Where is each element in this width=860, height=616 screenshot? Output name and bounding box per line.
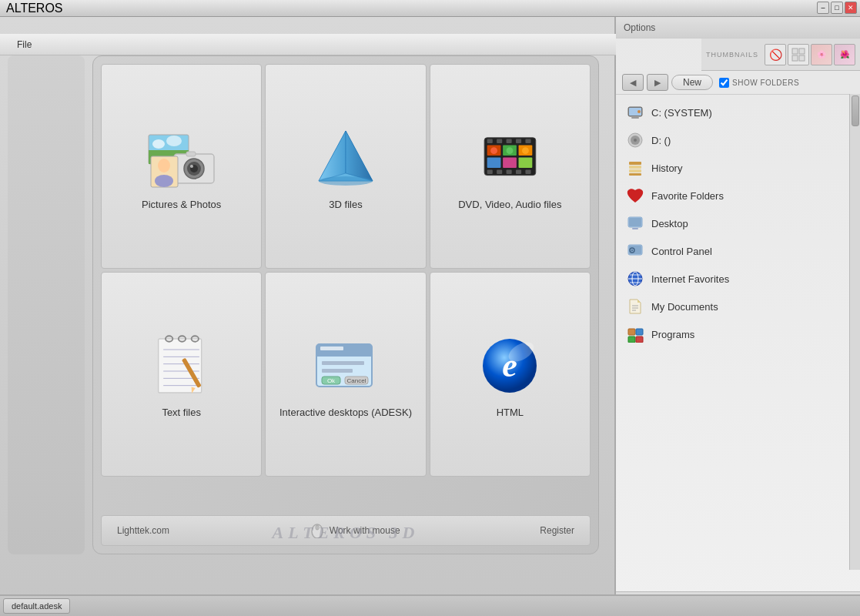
nav-items-list: C: (SYSTEM)D: ()HistoryFavorite FoldersD… (616, 94, 860, 353)
svg-marker-15 (346, 131, 373, 181)
svg-rect-17 (484, 137, 536, 175)
taskbar-item-default[interactable]: default.adesk (3, 598, 70, 614)
svg-rect-24 (497, 169, 502, 173)
thumbnail-none-button[interactable]: 🚫 (765, 44, 786, 65)
forward-button[interactable]: ▶ (647, 74, 668, 91)
svg-rect-82 (629, 218, 641, 226)
svg-rect-27 (526, 169, 531, 173)
svg-point-75 (634, 139, 637, 142)
show-folders-label: SHOW FOLDERS (732, 79, 799, 87)
thumbnails-label: THUMBNAILS (706, 51, 758, 59)
svg-text:Ok: Ok (327, 377, 336, 384)
svg-rect-23 (487, 169, 493, 173)
svg-rect-67 (792, 55, 798, 61)
svg-rect-95 (628, 329, 635, 335)
svg-point-16 (319, 176, 373, 186)
nav-item-label-internet-favorites: Internet Favorites (651, 273, 729, 285)
nav-item-icon-control-panel (627, 243, 644, 259)
nav-item-c-system[interactable]: C: (SYSTEM) (616, 99, 860, 126)
thumbnail-small-button[interactable] (788, 44, 809, 65)
show-folders-checkbox[interactable]: SHOW FOLDERS (719, 78, 799, 88)
nav-item-favorite-folders[interactable]: Favorite Folders (616, 182, 860, 209)
items-grid: Pictures & Photos (101, 64, 591, 477)
nav-item-label-programs: Programs (651, 329, 694, 340)
thumbnail-flower-button[interactable]: 🌺 (834, 44, 855, 65)
nav-item-internet-favorites[interactable]: Internet Favorites (616, 265, 860, 293)
nav-item-icon-desktop (627, 215, 644, 232)
nav-item-icon-c-system (627, 104, 644, 121)
nav-item-history[interactable]: History (616, 154, 860, 182)
svg-point-34 (490, 147, 497, 154)
app-title: ALTEROS (6, 2, 63, 15)
nav-item-d-drive[interactable]: D: () (616, 126, 860, 154)
nav-item-programs[interactable]: Programs (616, 320, 860, 348)
interactive-desktops-icon: Ok Cancel (311, 331, 380, 400)
svg-point-86 (631, 249, 633, 251)
nav-item-icon-favorite-folders (627, 187, 644, 204)
window-controls: – □ ✕ (817, 2, 857, 14)
html-icon: e (475, 331, 544, 400)
nav-item-label-desktop: Desktop (651, 218, 688, 229)
watermark-text: Alteros 3D (93, 523, 598, 543)
file-menu[interactable]: File (9, 36, 39, 53)
text-files-label: Text files (162, 407, 201, 418)
left-sidebar-strip (8, 55, 85, 554)
svg-rect-53 (322, 361, 364, 365)
grid-item-pictures[interactable]: Pictures & Photos (101, 64, 262, 269)
dvd-video-label: DVD, Video, Audio files (458, 199, 561, 210)
svg-rect-52 (320, 346, 343, 350)
left-panel: File (0, 17, 616, 616)
svg-point-35 (507, 147, 514, 154)
svg-rect-20 (507, 139, 512, 142)
grid-item-3d-files[interactable]: 3D files (265, 64, 426, 269)
svg-rect-19 (497, 139, 502, 142)
svg-rect-65 (792, 49, 798, 54)
nav-item-control-panel[interactable]: Control Panel (616, 237, 860, 265)
dvd-video-icon (475, 123, 544, 192)
nav-item-label-control-panel: Control Panel (651, 246, 712, 257)
back-button[interactable]: ◀ (622, 74, 644, 91)
interactive-desktops-label: Interactive desktops (ADESK) (279, 407, 412, 418)
svg-rect-54 (322, 369, 353, 373)
svg-rect-81 (632, 228, 638, 229)
nav-item-label-history: History (651, 162, 682, 174)
svg-rect-77 (629, 166, 641, 169)
nav-item-my-documents[interactable]: My Documents (616, 293, 860, 320)
svg-point-3 (166, 136, 182, 146)
svg-rect-51 (316, 350, 372, 357)
svg-rect-96 (636, 329, 643, 335)
maximize-button[interactable]: □ (831, 2, 843, 14)
svg-rect-70 (631, 117, 639, 119)
close-button[interactable]: ✕ (845, 2, 857, 14)
svg-rect-26 (516, 169, 521, 173)
scrollbar-thumb[interactable] (852, 95, 859, 126)
minimize-button[interactable]: – (817, 2, 829, 14)
nav-item-icon-d-drive (627, 132, 644, 149)
svg-point-11 (158, 159, 170, 172)
svg-rect-32 (503, 157, 517, 167)
svg-point-2 (152, 139, 165, 149)
nav-item-icon-programs (627, 326, 644, 343)
nav-item-label-favorite-folders: Favorite Folders (651, 190, 724, 202)
nav-item-desktop[interactable]: Desktop (616, 209, 860, 237)
grid-item-dvd-video[interactable]: DVD, Video, Audio files (430, 64, 591, 269)
thumbnail-pink-button[interactable]: 🌸 (811, 44, 832, 65)
right-scrollbar[interactable] (849, 94, 860, 570)
options-label: Options (624, 22, 655, 33)
menubar: File (0, 34, 616, 55)
3d-files-label: 3D files (329, 199, 362, 210)
show-folders-input[interactable] (719, 78, 729, 88)
nav-item-icon-internet-favorites (627, 270, 644, 287)
main-container: File (0, 17, 860, 616)
new-button[interactable]: New (671, 75, 713, 90)
nav-item-label-my-documents: My Documents (651, 301, 718, 313)
svg-rect-37 (158, 339, 201, 393)
grid-item-interactive[interactable]: Ok Cancel Interactive desktops (ADESK) (265, 272, 426, 477)
svg-rect-98 (636, 336, 643, 343)
nav-item-icon-history (627, 159, 644, 176)
grid-item-text-files[interactable]: Text files (101, 272, 262, 477)
html-label: HTML (497, 407, 524, 418)
grid-item-html[interactable]: e HTML (430, 272, 591, 477)
svg-rect-9 (186, 152, 196, 156)
thumbnails-bar: THUMBNAILS 🚫 🌸 🌺 (701, 38, 860, 71)
